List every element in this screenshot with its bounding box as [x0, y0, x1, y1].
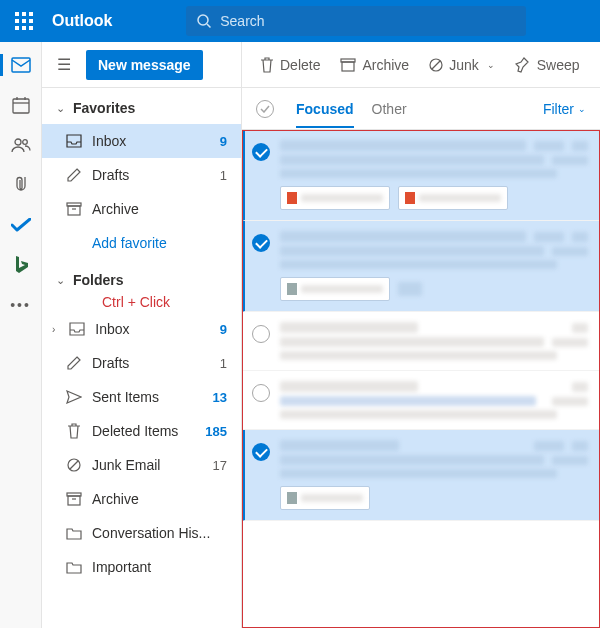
svg-rect-2	[12, 58, 30, 72]
archive-icon	[66, 492, 82, 506]
message-tab-bar: Focused Other Filter ⌄	[242, 88, 600, 130]
new-message-button[interactable]: New message	[86, 50, 203, 80]
bing-icon[interactable]	[8, 252, 34, 278]
message-checkbox[interactable]	[252, 384, 270, 402]
svg-point-7	[15, 139, 21, 145]
pencil-icon	[66, 356, 82, 370]
folder-item-important[interactable]: Important	[42, 550, 241, 584]
app-launcher-icon[interactable]	[6, 3, 42, 39]
message-checkbox[interactable]	[252, 234, 270, 252]
folder-item-archive[interactable]: Archive	[42, 192, 241, 226]
title-bar: Outlook Search	[0, 0, 600, 42]
message-item[interactable]	[242, 221, 600, 312]
attachment-chip[interactable]	[280, 277, 390, 301]
pencil-icon	[66, 168, 82, 182]
folder-item-archive-2[interactable]: Archive	[42, 482, 241, 516]
attachment-chip[interactable]	[398, 186, 508, 210]
favorites-header[interactable]: ⌄ Favorites	[42, 88, 241, 124]
folder-item-drafts[interactable]: Drafts 1	[42, 158, 241, 192]
send-icon	[66, 390, 82, 404]
chevron-down-icon: ⌄	[487, 60, 495, 70]
message-item[interactable]	[242, 430, 600, 521]
message-list	[242, 130, 600, 628]
inbox-icon	[69, 322, 85, 336]
folder-item-junk[interactable]: Junk Email 17	[42, 448, 241, 482]
calendar-icon[interactable]	[8, 92, 34, 118]
folder-item-drafts-2[interactable]: Drafts 1	[42, 346, 241, 380]
expand-icon[interactable]: ›	[52, 324, 55, 335]
message-pane: Delete Archive Junk ⌄ Sweep	[242, 42, 600, 628]
more-icon[interactable]: •••	[8, 292, 34, 318]
svg-rect-3	[13, 99, 29, 113]
archive-button[interactable]: Archive	[332, 51, 417, 79]
svg-line-13	[70, 461, 78, 469]
chevron-down-icon: ⌄	[56, 102, 65, 115]
command-bar: Delete Archive Junk ⌄ Sweep	[242, 42, 600, 88]
tab-focused[interactable]: Focused	[296, 91, 354, 127]
tab-other[interactable]: Other	[372, 91, 407, 127]
message-checkbox[interactable]	[252, 443, 270, 461]
attachment-chip[interactable]	[280, 186, 390, 210]
message-checkbox[interactable]	[252, 325, 270, 343]
hamburger-icon[interactable]: ☰	[52, 55, 76, 74]
message-item[interactable]	[242, 371, 600, 430]
annotation-ctrl-click: Ctrl + Click	[42, 294, 241, 310]
add-favorite-link[interactable]: Add favorite	[42, 226, 241, 260]
block-icon	[66, 458, 82, 472]
search-input[interactable]: Search	[186, 6, 526, 36]
message-item[interactable]	[242, 312, 600, 371]
svg-rect-18	[342, 62, 354, 71]
folders-header[interactable]: ⌄ Folders	[42, 260, 241, 296]
svg-rect-15	[68, 496, 80, 505]
folder-item-inbox-2[interactable]: › Inbox 9	[42, 312, 241, 346]
attachment-chip[interactable]	[280, 486, 370, 510]
svg-line-1	[207, 24, 211, 28]
left-rail: •••	[0, 42, 42, 628]
chevron-down-icon: ⌄	[578, 104, 586, 114]
folder-item-conversation[interactable]: Conversation His...	[42, 516, 241, 550]
filter-button[interactable]: Filter ⌄	[543, 101, 586, 117]
folder-item-inbox[interactable]: Inbox 9	[42, 124, 241, 158]
folder-item-deleted[interactable]: Deleted Items 185	[42, 414, 241, 448]
message-checkbox[interactable]	[252, 143, 270, 161]
svg-line-20	[432, 61, 440, 69]
move-button[interactable]	[596, 52, 600, 78]
trash-icon	[66, 423, 82, 439]
inbox-icon	[66, 134, 82, 148]
folder-icon	[66, 527, 82, 540]
svg-point-0	[198, 15, 208, 25]
chevron-down-icon: ⌄	[56, 274, 65, 287]
search-placeholder: Search	[220, 13, 264, 29]
select-all-toggle[interactable]	[256, 100, 274, 118]
todo-icon[interactable]	[8, 212, 34, 238]
archive-icon	[66, 202, 82, 216]
message-item[interactable]	[242, 130, 600, 221]
mail-icon[interactable]	[8, 52, 34, 78]
files-icon[interactable]	[8, 172, 34, 198]
svg-rect-10	[68, 206, 80, 215]
app-brand: Outlook	[52, 12, 112, 30]
delete-button[interactable]: Delete	[252, 51, 328, 79]
folder-icon	[66, 561, 82, 574]
junk-button[interactable]: Junk ⌄	[421, 51, 503, 79]
folder-item-sent[interactable]: Sent Items 13	[42, 380, 241, 414]
people-icon[interactable]	[8, 132, 34, 158]
search-icon	[196, 13, 212, 29]
folder-pane: ☰ New message ⌄ Favorites Inbox 9 Drafts…	[42, 42, 242, 628]
svg-point-8	[22, 140, 27, 145]
sweep-button[interactable]: Sweep	[507, 51, 588, 79]
